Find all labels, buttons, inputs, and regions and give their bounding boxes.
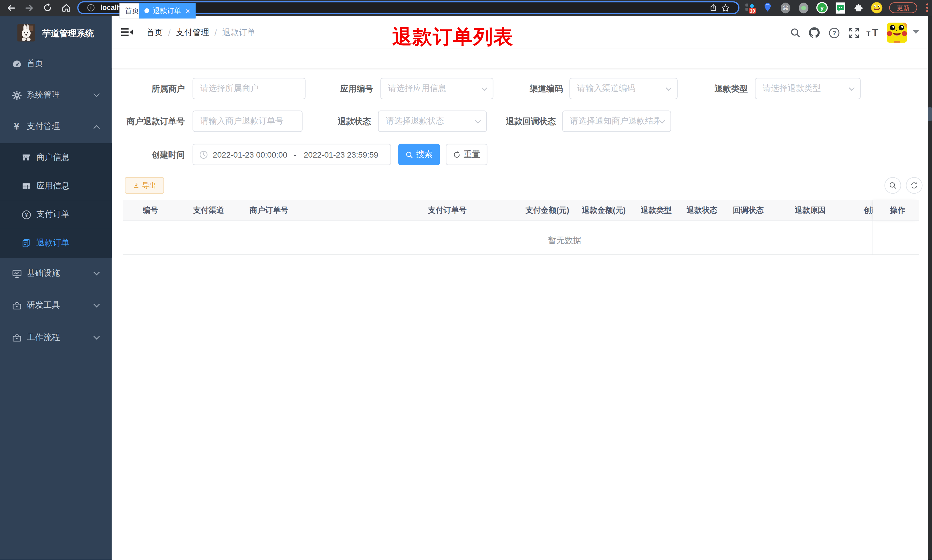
search-icon [405,151,413,158]
github-icon [808,27,820,39]
reset-button[interactable]: 重置 [446,144,487,165]
sidebar-item-label: 商户信息 [36,152,69,163]
collapse-sidebar-button[interactable] [121,27,133,37]
column-header-create-time: 创建时间 [864,200,872,221]
sidebar-item-dev-tools[interactable]: 研发工具 [0,289,112,322]
column-header-id: 编号 [143,200,158,221]
sidebar-item-merchant-info[interactable]: 商户信息 [0,143,112,172]
tab-close-icon[interactable]: × [185,7,190,15]
github-link-button[interactable] [808,26,821,39]
tab-refund-order[interactable]: 退款订单 × [139,3,195,18]
filter-label-merchant: 所属商户 [125,78,185,99]
page-scrollbar-thumb[interactable] [928,107,932,121]
svg-text:T: T [866,30,870,37]
channel-select[interactable]: 请输入渠道编码 [569,78,678,99]
profile-emoji-avatar[interactable] [871,2,883,14]
filter-label-app: 应用编号 [321,78,373,99]
hamburger-fold-icon [121,27,133,37]
browser-forward-button[interactable] [23,2,35,14]
extension-y-icon[interactable]: y [816,2,828,14]
sidebar-item-label: 支付管理 [27,121,60,132]
svg-text:T: T [872,27,878,38]
browser-reload-button[interactable] [42,2,54,14]
refresh-cycle-icon [910,182,918,189]
question-circle-icon: ? [828,27,839,38]
sidebar-item-label: 工作流程 [27,332,60,343]
extension-grey-dot-icon[interactable] [798,2,810,14]
browser-back-button[interactable] [5,2,17,14]
export-button[interactable]: 导出 [125,177,164,194]
column-header-pay-amount: 支付金额(元) [526,200,569,221]
svg-text:⌘: ⌘ [782,4,788,11]
chevron-down-icon [93,335,100,340]
monitor-chart-icon [11,268,22,278]
create-time-range-picker[interactable]: 2022-01-23 00:00:00 - 2022-01-23 23:59:5… [192,144,391,165]
sidebar-item-system[interactable]: 系统管理 [0,78,112,112]
sidebar-item-app-info[interactable]: 应用信息 [0,172,112,200]
help-doc-button[interactable]: ? [827,26,840,39]
page-scrollbar-track[interactable] [928,16,932,560]
sidebar-item-label: 首页 [27,58,43,69]
sidebar-item-infra[interactable]: 基础设施 [0,257,112,290]
extension-command-icon[interactable]: ⌘ [779,2,791,14]
search-button[interactable]: 搜索 [398,144,440,165]
refund-type-select[interactable]: 请选择退款类型 [755,78,861,99]
svg-text:y: y [820,5,824,11]
filter-label-refund-type: 退款类型 [695,78,748,99]
notify-status-select[interactable]: 请选择通知商户退款结果的 [562,111,671,132]
refresh-list-button[interactable] [906,177,923,194]
kebab-menu-icon [926,3,928,12]
breadcrumb-home[interactable]: 首页 [146,27,163,38]
fixed-operation-column: 操作 [873,200,919,221]
toggle-search-button[interactable] [884,177,901,194]
fixed-column-divider [872,200,873,255]
refund-status-select[interactable]: 请选择退款状态 [378,111,487,132]
extension-chat-icon[interactable] [834,2,846,14]
sidebar-item-home[interactable]: 首页 [0,47,112,80]
extensions-puzzle-icon[interactable] [852,2,864,14]
header-search-button[interactable] [789,26,802,39]
app-logo-rabbit [17,24,35,42]
screen: localhost :1024/pay/refund 10 ⌘ y [0,0,932,560]
extension-badge: 10 [750,8,755,13]
chrome-update-button[interactable]: 更新 [889,2,917,13]
extension-balloon-icon[interactable] [761,2,774,14]
sidebar-item-payment[interactable]: ¥ 支付管理 [0,110,112,143]
yen-icon: ¥ [11,121,22,132]
browser-menu-button[interactable] [921,2,932,14]
sidebar-item-pay-order[interactable]: ¥ 支付订单 [0,200,112,229]
breadcrumb: 首页 / 支付管理 / 退款订单 [146,16,255,49]
chevron-down-icon [93,271,100,276]
site-info-icon[interactable] [87,3,95,12]
extension-tag-manager-icon[interactable]: 10 [744,2,756,14]
active-dot [145,8,149,13]
app-select[interactable]: 请选择应用信息 [380,78,494,99]
merchant-input[interactable]: 请选择所属商户 [192,78,306,99]
merchant-refund-no-input[interactable]: 请输入商户退款订单号 [192,111,302,132]
refund-document-icon [21,238,31,248]
sidebar-item-label: 退款订单 [36,238,69,248]
sidebar-item-label: 支付订单 [36,209,69,220]
breadcrumb-payment[interactable]: 支付管理 [176,27,209,38]
chevron-down-icon [849,87,855,92]
tab-label: 首页 [125,6,139,16]
font-size-button[interactable]: TT [865,26,881,39]
sidebar-item-refund-order[interactable]: 退款订单 [0,229,112,257]
browser-home-button[interactable] [60,2,72,14]
chevron-down-icon [666,87,672,92]
chevron-up-icon [93,125,100,129]
app-title: 芋道管理系统 [42,28,94,39]
table-header: 编号 支付渠道 商户订单号 支付订单号 支付金额(元) 退款金额(元) 退款类型… [123,200,919,221]
range-end-value[interactable]: 2022-01-23 23:59:59 [304,150,380,159]
chevron-down-icon [475,120,481,125]
sidebar-item-workflow[interactable]: 工作流程 [0,321,112,354]
fullscreen-button[interactable] [847,26,860,39]
search-icon [889,182,897,189]
avatar-caret-button[interactable] [913,30,919,34]
share-icon[interactable] [709,3,717,12]
forward-icon [24,3,34,12]
range-start-value[interactable]: 2022-01-23 00:00:00 [213,150,289,159]
user-avatar[interactable] [887,23,907,43]
bookmark-star-icon[interactable] [721,3,730,12]
grid-table-icon [21,181,31,191]
